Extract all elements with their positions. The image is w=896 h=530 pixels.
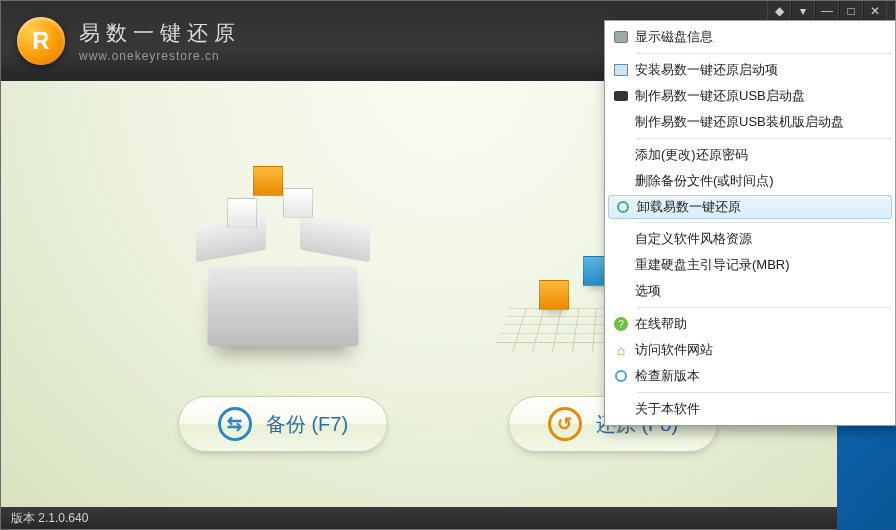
- menu-item-label: 安装易数一键还原启动项: [635, 61, 883, 79]
- menu-item-icon: [607, 363, 635, 389]
- menu-item-label: 添加(更改)还原密码: [635, 146, 883, 164]
- backup-arrows-icon: ⇆: [218, 407, 252, 441]
- menu-item-icon: [607, 252, 635, 278]
- version-value: 2.1.0.640: [38, 511, 88, 525]
- menu-item[interactable]: 选项: [607, 278, 893, 304]
- menu-item-icon: [607, 142, 635, 168]
- backup-pane: ⇆ 备份 (F7): [153, 136, 413, 452]
- backup-button[interactable]: ⇆ 备份 (F7): [178, 396, 388, 452]
- menu-item[interactable]: 关于本软件: [607, 396, 893, 422]
- main-dropdown-menu[interactable]: 显示磁盘信息安装易数一键还原启动项制作易数一键还原USB启动盘制作易数一键还原U…: [604, 20, 896, 426]
- disk-icon: [614, 31, 628, 43]
- menu-item-label: 在线帮助: [635, 315, 883, 333]
- menu-item-icon: [607, 109, 635, 135]
- menu-item-label: 选项: [635, 282, 883, 300]
- menu-item-icon: [607, 168, 635, 194]
- menu-item[interactable]: 检查新版本: [607, 363, 893, 389]
- menu-button[interactable]: ▾: [791, 1, 815, 21]
- menu-item-label: 自定义软件风格资源: [635, 230, 883, 248]
- logo-text: 易数一键还原 www.onekeyrestore.cn: [79, 19, 241, 63]
- cube-icon: [227, 198, 257, 228]
- close-button[interactable]: ✕: [863, 1, 887, 21]
- menu-item[interactable]: 添加(更改)还原密码: [607, 142, 893, 168]
- menu-item[interactable]: 自定义软件风格资源: [607, 226, 893, 252]
- app-url: www.onekeyrestore.cn: [79, 49, 241, 63]
- minimize-button[interactable]: —: [815, 1, 839, 21]
- menu-item[interactable]: 卸载易数一键还原: [608, 195, 892, 219]
- menu-item-label: 制作易数一键还原USB启动盘: [635, 87, 883, 105]
- menu-icon: ▾: [800, 4, 806, 18]
- backup-label: 备份 (F7): [266, 411, 348, 438]
- recycle-icon: [617, 201, 629, 213]
- menu-item[interactable]: ⌂访问软件网站: [607, 337, 893, 363]
- cube-icon: [253, 166, 283, 196]
- menu-item-icon: [607, 83, 635, 109]
- open-box-icon: [198, 236, 368, 346]
- menu-item-icon: [607, 278, 635, 304]
- menu-item-icon: [607, 396, 635, 422]
- menu-separator: [637, 222, 891, 223]
- version-label: 版本: [11, 510, 35, 527]
- menu-item[interactable]: 显示磁盘信息: [607, 24, 893, 50]
- menu-item[interactable]: ?在线帮助: [607, 311, 893, 337]
- skin-button[interactable]: ◆: [767, 1, 791, 21]
- status-bar: 版本 2.1.0.640: [1, 507, 895, 529]
- menu-separator: [637, 53, 891, 54]
- menu-item-label: 重建硬盘主引导记录(MBR): [635, 256, 883, 274]
- menu-item-icon: ?: [607, 311, 635, 337]
- logo: R 易数一键还原 www.onekeyrestore.cn: [17, 17, 241, 65]
- menu-item-icon: [607, 24, 635, 50]
- menu-item[interactable]: 安装易数一键还原启动项: [607, 57, 893, 83]
- close-icon: ✕: [870, 4, 880, 18]
- menu-item-label: 访问软件网站: [635, 341, 883, 359]
- menu-item-label: 卸载易数一键还原: [637, 198, 881, 216]
- backup-illustration: [153, 136, 413, 366]
- logo-letter: R: [32, 27, 49, 55]
- menu-separator: [637, 392, 891, 393]
- skin-icon: ◆: [775, 4, 784, 18]
- monitor-icon: [614, 64, 628, 76]
- logo-icon: R: [17, 17, 65, 65]
- menu-item-label: 删除备份文件(或时间点): [635, 172, 883, 190]
- restore-arrows-icon: ↺: [548, 407, 582, 441]
- help-icon: ?: [614, 317, 628, 331]
- cube-icon: [283, 188, 313, 218]
- menu-item[interactable]: 重建硬盘主引导记录(MBR): [607, 252, 893, 278]
- maximize-button[interactable]: □: [839, 1, 863, 21]
- usb-icon: [614, 91, 628, 101]
- minimize-icon: —: [821, 4, 833, 18]
- menu-item[interactable]: 制作易数一键还原USB装机版启动盘: [607, 109, 893, 135]
- menu-item[interactable]: 制作易数一键还原USB启动盘: [607, 83, 893, 109]
- menu-item-label: 制作易数一键还原USB装机版启动盘: [635, 113, 883, 131]
- app-title: 易数一键还原: [79, 19, 241, 47]
- menu-item-icon: [609, 194, 637, 220]
- menu-item-icon: [607, 57, 635, 83]
- home-icon: ⌂: [617, 342, 625, 358]
- menu-item-label: 显示磁盘信息: [635, 28, 883, 46]
- window-controls: ◆ ▾ — □ ✕: [767, 1, 887, 21]
- menu-item[interactable]: 删除备份文件(或时间点): [607, 168, 893, 194]
- menu-separator: [637, 307, 891, 308]
- menu-item-label: 检查新版本: [635, 367, 883, 385]
- maximize-icon: □: [847, 4, 854, 18]
- menu-item-icon: ⌂: [607, 337, 635, 363]
- menu-separator: [637, 138, 891, 139]
- menu-item-label: 关于本软件: [635, 400, 883, 418]
- check-update-icon: [615, 370, 627, 382]
- cube-icon: [539, 280, 569, 310]
- menu-item-icon: [607, 226, 635, 252]
